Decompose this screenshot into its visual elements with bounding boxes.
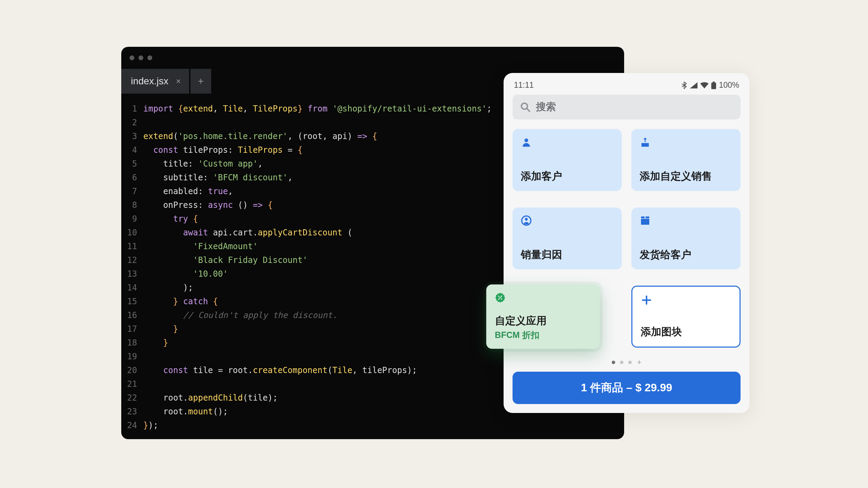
tile-add-customer[interactable]: 添加客户 <box>513 129 622 191</box>
tile-subtitle: BFCM 折扣 <box>495 330 591 341</box>
status-time: 11:11 <box>514 81 534 90</box>
tile-label: 添加图块 <box>641 325 731 339</box>
cart-button[interactable]: 1 件商品 – $ 29.99 <box>513 372 741 404</box>
new-tab-button[interactable]: + <box>190 69 211 94</box>
tile-add-custom-sale[interactable]: 添加自定义销售 <box>631 129 741 191</box>
pager-dot[interactable] <box>628 361 632 364</box>
tile-custom-app[interactable]: 自定义应用 BFCM 折扣 <box>486 285 600 349</box>
line-number-gutter: 1 2 3 4 5 6 7 8 9 10 11 12 13 14 15 16 1… <box>124 102 143 432</box>
search-bar[interactable]: 搜索 <box>513 95 741 119</box>
traffic-light-minimize[interactable] <box>138 55 143 60</box>
tile-label: 添加自定义销售 <box>640 169 732 183</box>
svg-point-4 <box>525 138 528 142</box>
pager-add-page[interactable]: + <box>637 358 642 367</box>
person-icon <box>521 137 613 148</box>
svg-rect-8 <box>641 216 645 218</box>
search-placeholder: 搜索 <box>536 100 556 114</box>
svg-rect-1 <box>711 83 716 89</box>
cart-button-label: 1 件商品 – $ 29.99 <box>581 380 672 395</box>
tile-label: 自定义应用 <box>495 314 591 328</box>
package-icon <box>640 215 732 226</box>
traffic-light-zoom[interactable] <box>147 55 152 60</box>
pos-mobile-device: 11:11 100% 搜索 添加客户 <box>504 73 750 413</box>
svg-rect-0 <box>713 82 715 83</box>
tile-label: 发货给客户 <box>640 248 732 262</box>
editor-titlebar <box>121 47 624 69</box>
bluetooth-icon <box>681 82 687 89</box>
pager: + <box>513 354 741 370</box>
svg-line-3 <box>527 108 529 111</box>
svg-point-6 <box>525 218 528 221</box>
discount-badge-icon <box>495 293 591 303</box>
svg-rect-7 <box>641 219 649 224</box>
traffic-light-close[interactable] <box>130 55 134 60</box>
tile-add-tile[interactable]: 添加图块 <box>631 286 741 348</box>
pager-dot[interactable] <box>620 361 623 364</box>
search-icon <box>520 102 530 112</box>
close-icon[interactable]: × <box>176 76 181 86</box>
wifi-icon <box>700 82 709 88</box>
tile-label: 添加客户 <box>521 169 613 183</box>
plus-icon <box>641 294 731 306</box>
tile-sales-attribution[interactable]: 销量归因 <box>513 208 622 269</box>
cellular-icon <box>690 82 698 88</box>
battery-percentage: 100% <box>719 81 739 90</box>
upload-box-icon <box>640 137 732 148</box>
svg-rect-9 <box>645 216 649 218</box>
plus-icon: + <box>198 76 204 87</box>
tab-filename: index.jsx <box>131 76 168 87</box>
person-circle-icon <box>521 215 613 226</box>
battery-icon <box>711 82 716 89</box>
tile-label: 销量归因 <box>521 248 613 262</box>
status-bar: 11:11 100% <box>513 78 741 95</box>
pager-dot-active[interactable] <box>612 361 615 364</box>
tile-ship-to-customer[interactable]: 发货给客户 <box>631 208 741 269</box>
tile-grid: 添加客户 添加自定义销售 销量归因 发货给客户 自定义应用 <box>513 129 741 354</box>
editor-tab-active[interactable]: index.jsx × <box>121 69 189 94</box>
status-right: 100% <box>681 81 739 90</box>
